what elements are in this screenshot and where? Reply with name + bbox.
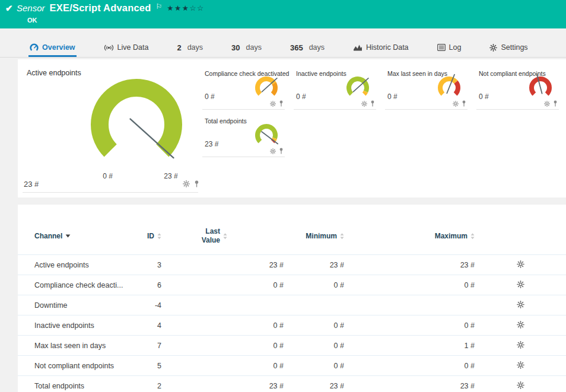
col-minimum[interactable]: Minimum <box>284 232 344 240</box>
col-label: Minimum <box>306 232 337 240</box>
tab-label: Overview <box>42 43 75 52</box>
table-row: Compliance check deacti... 6 0 # 0 # 0 # <box>18 275 566 295</box>
sensor-status-badge: OK <box>27 17 37 24</box>
channel-name[interactable]: Not compliant endpoints <box>18 362 131 370</box>
channel-actions <box>475 381 566 391</box>
channel-last-value: 0 # <box>161 321 284 330</box>
channel-name[interactable]: Total endpoints <box>18 382 131 390</box>
channel-gear-icon[interactable] <box>517 260 524 268</box>
mini-gauge-value: 23 # <box>205 140 218 148</box>
mini-gauge-tile: Inactive endpoints 0 # <box>292 66 383 114</box>
channel-actions <box>475 260 566 270</box>
channel-id: 3 <box>131 261 161 269</box>
gauge-settings-gear-icon[interactable] <box>183 180 190 187</box>
flag-icon[interactable]: ⚐ <box>156 2 163 11</box>
channel-gear-icon[interactable] <box>517 381 524 389</box>
tab-label: Historic Data <box>366 43 409 52</box>
channel-maximum: 0 # <box>344 281 475 289</box>
mini-gauge-actions <box>453 100 466 107</box>
tab-live-data[interactable]: Live Data <box>103 38 150 57</box>
mini-gauge-value: 0 # <box>296 93 306 101</box>
gauge-settings-gear-icon[interactable] <box>361 101 367 107</box>
gauge-pin-icon[interactable] <box>370 100 375 107</box>
priority-stars[interactable]: ★★★☆☆ <box>167 4 205 12</box>
channel-maximum: 0 # <box>344 362 475 370</box>
col-last-value[interactable]: Last Value <box>161 227 284 245</box>
channel-name[interactable]: Max last seen in days <box>18 342 131 350</box>
gauge-settings-gear-icon[interactable] <box>544 101 550 107</box>
mini-gauge-label: Total endpoints <box>205 117 247 125</box>
channel-name[interactable]: Downtime <box>18 301 131 310</box>
gauge-pin-icon[interactable] <box>194 180 199 187</box>
tab-overview[interactable]: Overview <box>28 38 77 57</box>
sensor-title: EXE/Script Advanced <box>50 2 151 14</box>
live-data-icon <box>104 44 114 52</box>
prtg-sensor-page: ✔ Sensor EXE/Script Advanced ⚐ ★★★☆☆ OK … <box>0 0 566 392</box>
channel-maximum: 0 # <box>344 321 475 330</box>
object-type-label: Sensor <box>17 3 45 13</box>
gauge-pin-icon[interactable] <box>279 148 284 154</box>
tab-label: Settings <box>501 43 527 52</box>
gauge-pin-icon[interactable] <box>462 100 466 107</box>
tab-number: 30 <box>231 43 240 52</box>
log-icon <box>437 44 446 51</box>
tab-log[interactable]: Log <box>436 38 463 57</box>
tab-2-days[interactable]: 2 days <box>176 38 204 57</box>
mini-gauge-tile: Max last seen in days 0 # <box>383 66 475 114</box>
tab-label: days <box>309 43 325 52</box>
table-row: Active endpoints 3 23 # 23 # 23 # <box>18 254 566 275</box>
channel-last-value: 23 # <box>161 382 284 390</box>
historic-data-icon <box>353 44 363 51</box>
channel-actions <box>475 281 566 290</box>
main-gauge-actions <box>183 180 199 187</box>
tab-365-days[interactable]: 365 days <box>289 38 326 57</box>
channel-maximum: 23 # <box>344 261 475 269</box>
channel-name[interactable]: Inactive endpoints <box>18 321 131 330</box>
gauge-settings-gear-icon[interactable] <box>453 101 459 107</box>
col-id[interactable]: ID <box>131 232 161 240</box>
tab-historic-data[interactable]: Historic Data <box>352 38 410 57</box>
tab-label: days <box>187 43 203 52</box>
channel-maximum: 1 # <box>344 342 475 350</box>
gauges-panel: Active endpoints 0 # 23 # 23 # Complianc… <box>18 59 566 197</box>
channel-last-value: 0 # <box>161 281 284 289</box>
gauge-scale-min: 0 # <box>91 172 124 180</box>
col-label: Last Value <box>196 227 220 245</box>
main-gauge-label: Active endpoints <box>27 69 81 77</box>
col-maximum[interactable]: Maximum <box>344 232 475 240</box>
col-channel[interactable]: Channel <box>18 232 131 240</box>
channel-gear-icon[interactable] <box>517 361 524 369</box>
channel-minimum: 0 # <box>284 362 344 370</box>
tab-bar: Overview Live Data 2 days 30 days 365 da… <box>0 38 566 58</box>
channel-gear-icon[interactable] <box>517 281 524 288</box>
sort-icon <box>470 233 475 240</box>
gauge-scale-max: 23 # <box>154 172 187 180</box>
channel-last-value: 23 # <box>161 261 284 269</box>
tab-number: 365 <box>290 43 303 52</box>
tab-30-days[interactable]: 30 days <box>230 38 263 57</box>
channel-id: 2 <box>131 382 161 390</box>
divider <box>23 192 198 193</box>
table-body: Active endpoints 3 23 # 23 # 23 # Compli… <box>18 254 566 392</box>
tab-settings[interactable]: Settings <box>488 38 529 57</box>
channel-actions <box>475 321 566 330</box>
sort-icon <box>340 233 344 240</box>
gauge-settings-gear-icon[interactable] <box>270 101 276 107</box>
channel-name[interactable]: Active endpoints <box>18 261 131 269</box>
tab-label: Log <box>449 43 462 52</box>
channel-gear-icon[interactable] <box>517 301 524 308</box>
channel-actions <box>475 301 566 310</box>
channel-gear-icon[interactable] <box>517 341 524 349</box>
channel-minimum: 0 # <box>284 281 344 289</box>
gauge-settings-gear-icon[interactable] <box>270 148 276 154</box>
channel-id: 4 <box>131 321 161 330</box>
sort-desc-icon <box>65 234 71 238</box>
gauge-pin-icon[interactable] <box>553 100 558 107</box>
channel-gear-icon[interactable] <box>517 321 524 329</box>
table-row: Total endpoints 2 23 # 23 # 23 # <box>18 375 566 392</box>
channel-name[interactable]: Compliance check deacti... <box>18 281 131 289</box>
channel-id: 7 <box>131 342 161 350</box>
mini-gauge-tile: Not compliant endpoints 0 # <box>475 66 566 114</box>
gauge-pin-icon[interactable] <box>279 100 284 107</box>
channel-minimum: 23 # <box>284 382 344 390</box>
